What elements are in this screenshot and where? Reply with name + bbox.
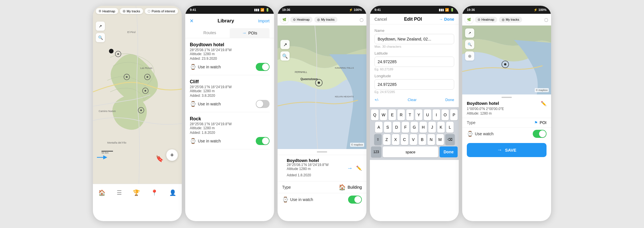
keyboard-done-key[interactable]: Done [440,146,458,157]
key-V[interactable]: V [410,134,417,145]
tab-pois[interactable]: → POIs [230,28,270,38]
outdoor-avatar[interactable]: 🌿 [280,16,288,24]
watch-toggle[interactable] [348,196,362,204]
add-button[interactable]: + [166,149,178,161]
key-C[interactable]: C [401,134,408,145]
key-O[interactable]: O [442,109,449,120]
bookmark-button[interactable]: ◌ [544,17,548,22]
map-top-bar: 🌿 ⊙ Heatmap ◎ My tracks ◌ [462,14,551,26]
plus-minus-button[interactable]: +/- [374,98,379,102]
edit-button[interactable]: ✏️ [356,165,362,171]
toggle-knob [539,130,546,137]
cancel-button[interactable]: Cancel [374,17,387,22]
nav-profile[interactable]: 👤 [169,189,176,196]
time: 19:36 [467,8,475,11]
svg-point-26 [318,82,320,84]
key-U[interactable]: U [424,109,431,120]
use-watch-label: ⌚ Use in watch [282,196,313,203]
lon-hint: Eg. 24.972285 [374,90,454,94]
key-Z[interactable]: Z [383,134,391,145]
navigate-arrow[interactable]: → [347,165,353,171]
key-X[interactable]: X [392,134,399,145]
key-G[interactable]: G [411,122,418,133]
heatmap-pill[interactable]: ⊙ Heatmap [96,8,118,14]
navigate-button[interactable]: ↗ [96,22,105,31]
watch-icon: ⌚ [190,138,196,144]
close-button[interactable]: × [190,17,194,25]
key-N[interactable]: N [428,134,435,145]
space-key[interactable]: space [383,146,438,157]
clear-button[interactable]: Clear [408,98,417,102]
keyboard-row-3: ⇧ Z X C V B N M ⌫ [371,134,458,145]
navigate-button[interactable]: ↗ [465,28,474,38]
key-D[interactable]: D [393,122,400,133]
nav-list[interactable]: ☰ [117,189,122,196]
key-E[interactable]: E [389,109,396,120]
nav-home[interactable]: 🏠 [98,189,106,196]
key-A[interactable]: A [375,122,383,133]
key-H[interactable]: H [419,122,427,133]
search-button[interactable]: 🔍 [465,40,474,49]
done-button[interactable]: → Done [439,17,454,22]
import-button[interactable]: Import [258,19,270,23]
watch-icon: ⌚ [190,64,196,70]
edit-button[interactable]: ✏️ [541,101,547,106]
key-J[interactable]: J [428,122,436,133]
bookmark-button[interactable]: ◌ [360,17,364,22]
toggle-knob [256,101,263,107]
key-L[interactable]: L [446,122,454,133]
keyboard: Q W E R T Y U I O P A S D F G H J K L ⇧ … [370,107,459,160]
nav-arrow[interactable] [97,153,107,163]
key-T[interactable]: T [406,109,414,120]
name-input[interactable] [374,34,454,44]
key-I[interactable]: I [433,109,440,120]
poi-name: Boydtown hotel [282,157,333,163]
search-button[interactable]: 🔍 [96,33,105,42]
key-B[interactable]: B [419,134,426,145]
navigate-button[interactable]: ↗ [280,40,290,49]
key-P[interactable]: P [450,109,458,120]
bottom-sheet: Boydtown hotel 28°25'08.1"N 16°24'19.8"W… [278,151,366,206]
heatmap-pill[interactable]: ⊙ Heatmap [290,17,313,23]
outdoor-avatar[interactable]: 🌿 [465,16,473,24]
search-button[interactable]: 🔍 [280,51,290,61]
key-W[interactable]: W [380,109,387,120]
mapbox-logo: © mapbox [535,88,549,92]
watch-toggle[interactable] [256,100,270,108]
key-K[interactable]: K [437,122,445,133]
type-value: ⚑ POI [534,120,547,125]
key-Q[interactable]: Q [371,109,378,120]
save-button[interactable]: → SAVE [467,143,547,157]
lat-input[interactable] [374,57,454,67]
watch-toggle[interactable] [256,137,270,145]
key-M[interactable]: M [436,134,444,145]
time: 19:36 [282,8,290,11]
numbers-key[interactable]: 123 [371,146,381,157]
sheet-handle [317,151,327,152]
tracks-pill[interactable]: ◎ My tracks [499,17,522,23]
poi-center-button[interactable]: ◎ [465,51,474,61]
key-R[interactable]: R [397,109,405,120]
backspace-key[interactable]: ⌫ [445,134,455,145]
lat-label: Latitude [374,51,454,55]
lon-input[interactable] [374,79,454,90]
name-hint: Max. 30 characters [374,45,454,48]
nav-location[interactable]: 📍 [151,189,158,196]
watch-toggle[interactable] [533,130,547,138]
key-Y[interactable]: Y [415,109,423,120]
key-S[interactable]: S [384,122,391,133]
nav-trophy[interactable]: 🏆 [133,189,140,196]
heatmap-icon: ⊙ [99,9,101,13]
tracks-pill[interactable]: ◎ My tracks [314,17,337,23]
tab-routes[interactable]: Routes [190,28,230,38]
signal-icon: ▮▮▮ [254,8,259,12]
shift-key[interactable]: ⇧ [374,134,382,145]
done-field-button[interactable]: Done [445,98,454,102]
bookmark-button[interactable]: 🔖 [156,155,163,163]
watch-toggle[interactable] [256,63,270,71]
poi-pill[interactable]: ◌ Points of interest [145,8,178,14]
my-tracks-pill[interactable]: ◎ My tracks [120,8,143,14]
heatmap-pill[interactable]: ⊙ Heatmap [475,17,497,23]
item-name: Boydtown hotel [190,42,270,47]
key-F[interactable]: F [402,122,409,133]
